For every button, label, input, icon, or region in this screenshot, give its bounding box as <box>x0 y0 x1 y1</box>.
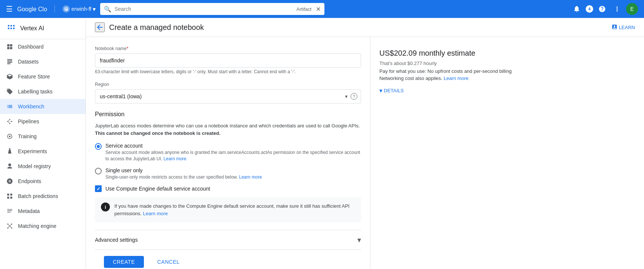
svg-rect-28 <box>7 197 9 199</box>
topbar-right-actions: 4 E <box>571 3 638 15</box>
sidebar-label-model-registry: Model registry <box>18 163 51 169</box>
notifications-icon[interactable] <box>571 3 583 15</box>
permission-desc: JupyterLab access modes determine who ca… <box>95 122 361 137</box>
notebook-name-field-group: Notebook name* 63-character limit with l… <box>95 46 361 74</box>
info-learn-more[interactable]: Learn more <box>143 211 168 216</box>
sidebar-item-feature-store[interactable]: Feature Store <box>0 69 86 84</box>
svg-line-40 <box>8 226 9 228</box>
cancel-button[interactable]: CANCEL <box>148 256 189 268</box>
svg-rect-29 <box>10 197 12 199</box>
search-input[interactable] <box>114 6 293 12</box>
sidebar-item-batch-predictions[interactable]: Batch predictions <box>0 189 86 204</box>
compute-engine-checkbox[interactable]: ✓ <box>95 185 102 192</box>
sidebar-label-dashboard: Dashboard <box>18 44 44 50</box>
details-toggle[interactable]: ▾ DETAILS <box>379 87 635 94</box>
advanced-settings-label: Advanced settings <box>95 237 138 243</box>
sidebar-item-labelling-tasks[interactable]: Labelling tasks <box>0 84 86 99</box>
svg-point-19 <box>9 123 10 124</box>
info-box: i If you have made changes to the Comput… <box>95 197 361 222</box>
topbar-separator <box>55 5 55 13</box>
service-account-radio[interactable]: Service account Service account mode all… <box>95 143 361 162</box>
details-label: DETAILS <box>384 88 404 93</box>
svg-text:☁: ☁ <box>65 8 68 11</box>
topbar: ☰ Google Cloud ☁ erwinh-ff ▾ 🔍 Artifact … <box>0 0 644 18</box>
svg-point-25 <box>9 136 11 137</box>
learn-icon <box>611 24 617 31</box>
create-button[interactable]: CREATE <box>104 256 144 268</box>
compute-engine-checkbox-row[interactable]: ✓ Use Compute Engine default service acc… <box>95 185 361 192</box>
single-user-content: Single user only Single-user-only mode r… <box>105 167 361 180</box>
svg-rect-15 <box>7 62 12 63</box>
permission-desc-normal: JupyterLab access modes determine who ca… <box>95 123 360 129</box>
notification-count-badge[interactable]: 4 <box>586 5 593 13</box>
sidebar-item-pipelines[interactable]: Pipelines <box>0 114 86 129</box>
checkbox-checkmark: ✓ <box>96 186 101 192</box>
project-dropdown-icon: ▾ <box>93 6 96 13</box>
region-help-icon[interactable]: ? <box>351 93 357 100</box>
search-clear-icon[interactable]: ✕ <box>316 6 321 13</box>
sidebar-item-workbench[interactable]: Workbench <box>0 99 86 114</box>
sidebar-item-matching-engine[interactable]: Matching engine <box>0 219 86 234</box>
svg-line-21 <box>8 120 9 121</box>
search-icon: 🔍 <box>104 6 111 13</box>
learn-more-link[interactable]: LEARN <box>611 24 635 31</box>
cost-title: US$202.09 monthly estimate <box>379 49 635 58</box>
experiments-icon <box>6 148 13 155</box>
notebook-name-input[interactable] <box>95 53 361 68</box>
search-artifact-text: Artifact <box>296 6 311 12</box>
svg-rect-8 <box>13 28 15 29</box>
svg-rect-30 <box>7 209 12 210</box>
single-user-radio[interactable]: Single user only Single-user-only mode r… <box>95 167 361 180</box>
pipelines-icon <box>6 118 13 125</box>
service-account-radio-circle <box>95 143 102 150</box>
info-icon: i <box>101 202 110 211</box>
svg-rect-27 <box>10 194 12 195</box>
sidebar-item-training[interactable]: Training <box>0 129 86 144</box>
metadata-icon <box>6 207 13 215</box>
back-button[interactable] <box>95 22 105 32</box>
service-account-learn-more[interactable]: Learn more <box>163 156 186 161</box>
training-icon <box>6 133 13 140</box>
svg-rect-5 <box>8 28 9 29</box>
sidebar-product-name: Vertex AI <box>20 25 44 32</box>
topbar-project-selector[interactable]: ☁ erwinh-ff ▾ <box>62 5 96 13</box>
permission-section-title: Permission <box>95 111 361 118</box>
batch-predictions-icon <box>6 192 13 200</box>
sidebar-item-dashboard[interactable]: Dashboard <box>0 39 86 54</box>
more-options-icon[interactable] <box>611 3 623 15</box>
cost-pay-text: Pay for what you use: No upfront costs a… <box>379 68 635 74</box>
details-chevron-icon: ▾ <box>379 87 382 94</box>
sidebar-label-endpoints: Endpoints <box>18 178 41 184</box>
page-header: Create a managed notebook LEARN <box>86 18 644 37</box>
sidebar-label-pipelines: Pipelines <box>18 118 39 124</box>
region-select[interactable]: us-central1 (Iowa) us-east1 (South Carol… <box>95 89 361 103</box>
single-user-learn-more[interactable]: Learn more <box>239 174 262 180</box>
header-left: Create a managed notebook <box>95 22 204 32</box>
svg-rect-9 <box>7 44 9 46</box>
svg-point-18 <box>9 119 10 120</box>
main-content: Create a managed notebook LEARN Notebook… <box>86 18 644 269</box>
sidebar-label-experiments: Experiments <box>18 148 47 154</box>
page-title: Create a managed notebook <box>109 23 204 32</box>
user-avatar[interactable]: E <box>626 3 638 15</box>
advanced-settings-row[interactable]: Advanced settings ▾ <box>95 230 361 250</box>
form-panel: Notebook name* 63-character limit with l… <box>86 37 370 269</box>
sidebar-item-metadata[interactable]: Metadata <box>0 204 86 219</box>
project-icon: ☁ <box>62 5 70 13</box>
sidebar-label-training: Training <box>18 133 37 139</box>
search-bar: 🔍 Artifact ✕ <box>100 3 324 15</box>
advanced-settings-chevron-icon: ▾ <box>357 235 361 244</box>
cost-learn-more[interactable]: Learn more <box>444 75 468 81</box>
google-cloud-logo: Google Cloud <box>17 5 47 13</box>
svg-line-22 <box>8 122 9 123</box>
help-icon[interactable] <box>596 3 608 15</box>
svg-rect-10 <box>10 44 12 46</box>
single-user-radio-circle <box>95 168 102 174</box>
menu-icon[interactable]: ☰ <box>6 4 13 13</box>
sidebar-item-endpoints[interactable]: Endpoints <box>0 174 86 189</box>
permission-desc-bold: This cannot be changed once the notebook… <box>95 130 221 136</box>
sidebar-item-experiments[interactable]: Experiments <box>0 144 86 159</box>
sidebar-item-datasets[interactable]: Datasets <box>0 54 86 69</box>
sidebar-item-model-registry[interactable]: Model registry <box>0 159 86 174</box>
svg-line-38 <box>8 225 9 226</box>
